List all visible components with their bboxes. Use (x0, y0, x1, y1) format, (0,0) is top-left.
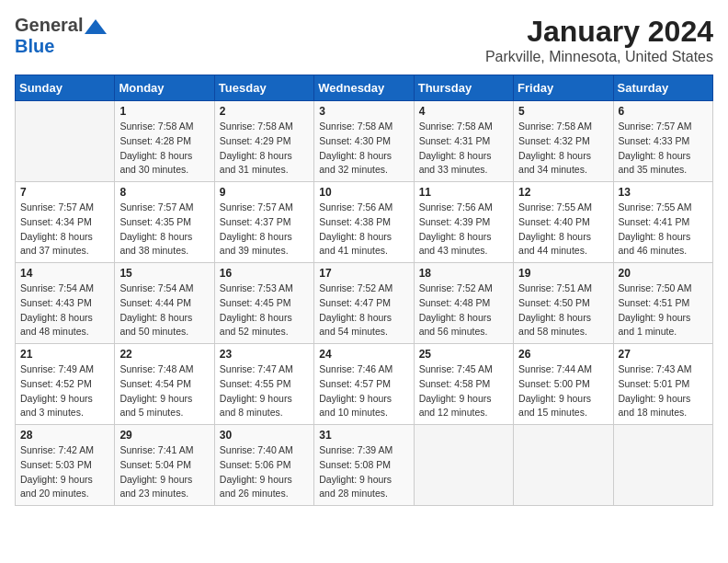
day-number: 4 (419, 105, 508, 118)
calendar-week-row: 21Sunrise: 7:49 AM Sunset: 4:52 PM Dayli… (16, 344, 713, 425)
calendar-week-row: 14Sunrise: 7:54 AM Sunset: 4:43 PM Dayli… (16, 263, 713, 344)
day-number: 29 (119, 429, 209, 442)
calendar-cell: 1Sunrise: 7:58 AM Sunset: 4:28 PM Daylig… (115, 101, 214, 182)
day-number: 12 (518, 186, 608, 199)
calendar-cell (613, 425, 712, 506)
day-info: Sunrise: 7:39 AM Sunset: 5:08 PM Dayligh… (319, 443, 408, 501)
day-number: 19 (518, 267, 608, 280)
day-info: Sunrise: 7:47 AM Sunset: 4:55 PM Dayligh… (220, 362, 309, 420)
day-info: Sunrise: 7:51 AM Sunset: 4:50 PM Dayligh… (518, 282, 608, 339)
day-info: Sunrise: 7:54 AM Sunset: 4:44 PM Dayligh… (119, 282, 209, 339)
day-info: Sunrise: 7:58 AM Sunset: 4:32 PM Dayligh… (518, 120, 608, 178)
day-number: 17 (319, 267, 408, 280)
calendar-cell: 26Sunrise: 7:44 AM Sunset: 5:00 PM Dayli… (514, 344, 613, 425)
day-info: Sunrise: 7:58 AM Sunset: 4:28 PM Dayligh… (119, 120, 209, 178)
day-info: Sunrise: 7:46 AM Sunset: 4:57 PM Dayligh… (319, 362, 408, 420)
day-info: Sunrise: 7:58 AM Sunset: 4:31 PM Dayligh… (419, 120, 508, 178)
day-number: 22 (119, 348, 209, 361)
day-info: Sunrise: 7:54 AM Sunset: 4:43 PM Dayligh… (20, 282, 109, 339)
day-info: Sunrise: 7:56 AM Sunset: 4:38 PM Dayligh… (319, 201, 408, 259)
day-info: Sunrise: 7:52 AM Sunset: 4:47 PM Dayligh… (319, 282, 408, 339)
calendar-cell: 7Sunrise: 7:57 AM Sunset: 4:34 PM Daylig… (16, 182, 115, 263)
logo: General Blue (15, 15, 108, 57)
day-number: 15 (119, 267, 209, 280)
day-number: 24 (319, 348, 408, 361)
day-info: Sunrise: 7:45 AM Sunset: 4:58 PM Dayligh… (419, 362, 508, 420)
calendar-cell: 2Sunrise: 7:58 AM Sunset: 4:29 PM Daylig… (214, 101, 313, 182)
day-info: Sunrise: 7:57 AM Sunset: 4:37 PM Dayligh… (220, 201, 309, 259)
day-info: Sunrise: 7:58 AM Sunset: 4:30 PM Dayligh… (319, 120, 408, 178)
day-number: 9 (220, 186, 309, 199)
logo-general: General (15, 15, 83, 35)
calendar-cell: 22Sunrise: 7:48 AM Sunset: 4:54 PM Dayli… (115, 344, 214, 425)
weekday-header-sunday: Sunday (16, 75, 115, 101)
day-number: 21 (20, 348, 109, 361)
day-number: 25 (419, 348, 508, 361)
day-info: Sunrise: 7:40 AM Sunset: 5:06 PM Dayligh… (220, 443, 309, 501)
calendar-cell: 13Sunrise: 7:55 AM Sunset: 4:41 PM Dayli… (613, 182, 712, 263)
calendar-cell: 3Sunrise: 7:58 AM Sunset: 4:30 PM Daylig… (314, 101, 414, 182)
day-number: 6 (619, 105, 708, 118)
weekday-header-thursday: Thursday (414, 75, 513, 101)
calendar-week-row: 1Sunrise: 7:58 AM Sunset: 4:28 PM Daylig… (16, 101, 713, 182)
calendar-cell: 10Sunrise: 7:56 AM Sunset: 4:38 PM Dayli… (314, 182, 414, 263)
calendar-cell: 15Sunrise: 7:54 AM Sunset: 4:44 PM Dayli… (115, 263, 214, 344)
calendar-cell: 19Sunrise: 7:51 AM Sunset: 4:50 PM Dayli… (514, 263, 613, 344)
page-header: General Blue January 2024 Parkville, Min… (15, 15, 713, 65)
day-info: Sunrise: 7:57 AM Sunset: 4:33 PM Dayligh… (619, 120, 708, 178)
calendar-week-row: 7Sunrise: 7:57 AM Sunset: 4:34 PM Daylig… (16, 182, 713, 263)
day-number: 3 (319, 105, 408, 118)
weekday-header-monday: Monday (115, 75, 214, 101)
calendar-cell (16, 101, 115, 182)
calendar-week-row: 28Sunrise: 7:42 AM Sunset: 5:03 PM Dayli… (16, 425, 713, 506)
calendar-cell: 28Sunrise: 7:42 AM Sunset: 5:03 PM Dayli… (16, 425, 115, 506)
calendar-cell: 9Sunrise: 7:57 AM Sunset: 4:37 PM Daylig… (214, 182, 313, 263)
day-number: 30 (220, 429, 309, 442)
calendar-cell: 17Sunrise: 7:52 AM Sunset: 4:47 PM Dayli… (314, 263, 414, 344)
calendar-cell: 16Sunrise: 7:53 AM Sunset: 4:45 PM Dayli… (214, 263, 313, 344)
day-info: Sunrise: 7:50 AM Sunset: 4:51 PM Dayligh… (619, 282, 708, 339)
calendar-cell: 27Sunrise: 7:43 AM Sunset: 5:01 PM Dayli… (613, 344, 712, 425)
calendar-cell: 23Sunrise: 7:47 AM Sunset: 4:55 PM Dayli… (214, 344, 313, 425)
day-number: 13 (619, 186, 708, 199)
title-block: January 2024 Parkville, Minnesota, Unite… (485, 15, 713, 65)
day-number: 11 (419, 186, 508, 199)
day-number: 18 (419, 267, 508, 280)
logo-blue: Blue (15, 36, 108, 57)
calendar-cell: 21Sunrise: 7:49 AM Sunset: 4:52 PM Dayli… (16, 344, 115, 425)
day-number: 16 (220, 267, 309, 280)
calendar-cell: 12Sunrise: 7:55 AM Sunset: 4:40 PM Dayli… (514, 182, 613, 263)
day-info: Sunrise: 7:43 AM Sunset: 5:01 PM Dayligh… (619, 362, 708, 420)
day-info: Sunrise: 7:42 AM Sunset: 5:03 PM Dayligh… (20, 443, 109, 501)
day-number: 27 (619, 348, 708, 361)
calendar-table: SundayMondayTuesdayWednesdayThursdayFrid… (15, 75, 713, 506)
calendar-cell: 4Sunrise: 7:58 AM Sunset: 4:31 PM Daylig… (414, 101, 513, 182)
day-info: Sunrise: 7:49 AM Sunset: 4:52 PM Dayligh… (20, 362, 109, 420)
calendar-subtitle: Parkville, Minnesota, United States (485, 49, 713, 65)
day-info: Sunrise: 7:48 AM Sunset: 4:54 PM Dayligh… (119, 362, 209, 420)
day-info: Sunrise: 7:57 AM Sunset: 4:34 PM Dayligh… (20, 201, 109, 259)
day-number: 2 (220, 105, 309, 118)
logo-icon (83, 17, 108, 36)
weekday-header-saturday: Saturday (613, 75, 712, 101)
calendar-cell: 24Sunrise: 7:46 AM Sunset: 4:57 PM Dayli… (314, 344, 414, 425)
day-number: 7 (20, 186, 109, 199)
day-number: 5 (518, 105, 608, 118)
calendar-cell (514, 425, 613, 506)
day-info: Sunrise: 7:41 AM Sunset: 5:04 PM Dayligh… (119, 443, 209, 501)
day-info: Sunrise: 7:55 AM Sunset: 4:40 PM Dayligh… (518, 201, 608, 259)
svg-marker-0 (85, 19, 107, 34)
day-info: Sunrise: 7:52 AM Sunset: 4:48 PM Dayligh… (419, 282, 508, 339)
day-info: Sunrise: 7:57 AM Sunset: 4:35 PM Dayligh… (119, 201, 209, 259)
day-info: Sunrise: 7:58 AM Sunset: 4:29 PM Dayligh… (220, 120, 309, 178)
calendar-cell: 30Sunrise: 7:40 AM Sunset: 5:06 PM Dayli… (214, 425, 313, 506)
day-number: 10 (319, 186, 408, 199)
calendar-cell: 14Sunrise: 7:54 AM Sunset: 4:43 PM Dayli… (16, 263, 115, 344)
calendar-cell (414, 425, 513, 506)
weekday-header-tuesday: Tuesday (214, 75, 313, 101)
calendar-cell: 31Sunrise: 7:39 AM Sunset: 5:08 PM Dayli… (314, 425, 414, 506)
day-info: Sunrise: 7:53 AM Sunset: 4:45 PM Dayligh… (220, 282, 309, 339)
day-number: 26 (518, 348, 608, 361)
day-info: Sunrise: 7:55 AM Sunset: 4:41 PM Dayligh… (619, 201, 708, 259)
weekday-header-row: SundayMondayTuesdayWednesdayThursdayFrid… (16, 75, 713, 101)
